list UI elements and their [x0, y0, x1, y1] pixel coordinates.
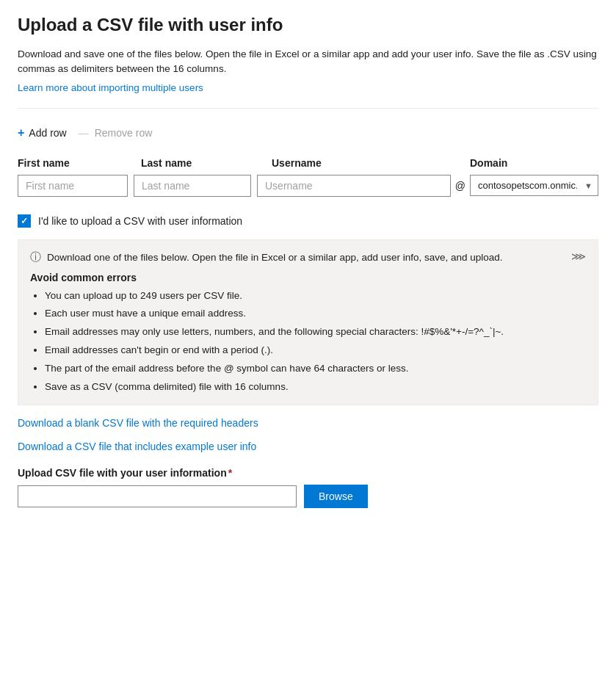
info-box-title-row: ⓘ Download one of the files below. Open … — [30, 250, 503, 264]
domain-label: Domain — [470, 157, 598, 169]
section-divider — [18, 108, 598, 109]
error-item: Each user must have a unique email addre… — [45, 307, 586, 321]
error-item: Email addresses may only use letters, nu… — [45, 325, 586, 339]
error-item: The part of the email address before the… — [45, 362, 586, 376]
first-name-label: First name — [18, 157, 135, 169]
info-icon: ⓘ — [30, 250, 41, 264]
upload-row: Browse — [18, 485, 598, 508]
domain-wrapper: contosopetscom.onmic... ▼ — [470, 175, 598, 196]
browse-button[interactable]: Browse — [304, 485, 368, 508]
csv-upload-checkbox-section: ✓ I'd like to upload a CSV with user inf… — [18, 214, 598, 228]
row-toolbar: + Add row — Remove row — [18, 123, 598, 142]
required-indicator: * — [228, 467, 232, 479]
plus-icon: + — [18, 126, 24, 140]
csv-upload-checkbox-label: I'd like to upload a CSV with user infor… — [38, 215, 242, 227]
remove-row-button[interactable]: Remove row — [95, 124, 153, 142]
toolbar-separator: — — [79, 127, 89, 139]
checkmark-icon: ✓ — [21, 217, 28, 225]
info-box-header: ⓘ Download one of the files below. Open … — [30, 250, 586, 264]
page-description: Download and save one of the files below… — [18, 47, 598, 77]
add-row-button[interactable]: + Add row — [18, 123, 73, 142]
add-row-label: Add row — [29, 127, 66, 139]
at-symbol: @ — [455, 180, 465, 192]
learn-more-link[interactable]: Learn more about importing multiple user… — [18, 82, 203, 93]
remove-row-label: Remove row — [95, 127, 153, 139]
download-blank-csv-link[interactable]: Download a blank CSV file with the requi… — [18, 417, 598, 429]
field-inputs-row: @ contosopetscom.onmic... ▼ — [18, 175, 598, 197]
error-item: You can upload up to 249 users per CSV f… — [45, 289, 586, 303]
fields-section: First name Last name Username Domain @ c… — [18, 157, 598, 197]
upload-label: Upload CSV file with your user informati… — [18, 467, 598, 479]
upload-section: Upload CSV file with your user informati… — [18, 467, 598, 508]
last-name-input[interactable] — [134, 175, 251, 197]
field-labels-row: First name Last name Username Domain — [18, 157, 598, 169]
error-item: Save as a CSV (comma delimited) file wit… — [45, 380, 586, 394]
info-box: ⓘ Download one of the files below. Open … — [18, 239, 598, 405]
username-label: Username — [272, 157, 448, 169]
last-name-label: Last name — [141, 157, 266, 169]
first-name-input[interactable] — [18, 175, 128, 197]
error-item: Email addresses can't begin or end with … — [45, 344, 586, 358]
collapse-icon[interactable]: ⋙ — [571, 250, 586, 262]
download-example-csv-link[interactable]: Download a CSV file that includes exampl… — [18, 441, 598, 452]
avoid-errors-title: Avoid common errors — [30, 272, 586, 283]
info-box-description: Download one of the files below. Open th… — [47, 252, 503, 263]
csv-file-input[interactable] — [18, 485, 297, 507]
csv-upload-checkbox[interactable]: ✓ — [18, 214, 31, 228]
domain-select[interactable]: contosopetscom.onmic... — [470, 175, 598, 196]
page-title: Upload a CSV file with user info — [18, 15, 598, 35]
username-input[interactable] — [257, 175, 451, 197]
error-list: You can upload up to 249 users per CSV f… — [30, 289, 586, 394]
